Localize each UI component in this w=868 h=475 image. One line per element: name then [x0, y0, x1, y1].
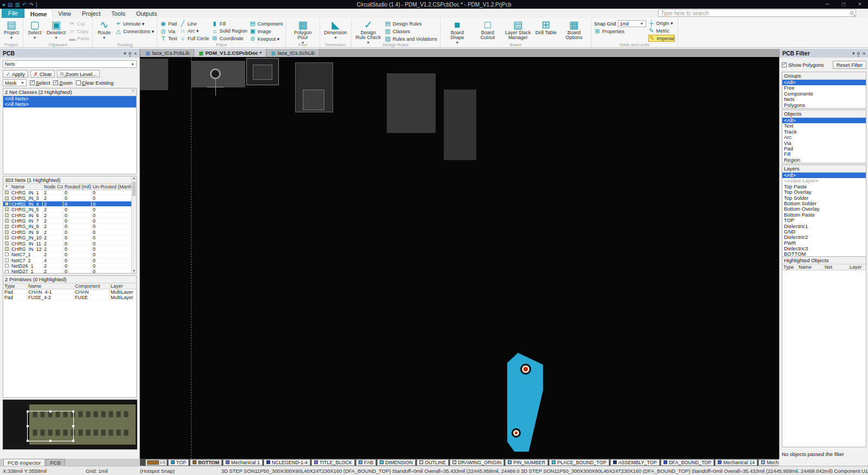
- primitives-header[interactable]: 2 Primitives (0 Highlighted): [3, 276, 136, 283]
- net-row[interactable]: NetD27_1200: [3, 269, 131, 274]
- design-rule-check-button[interactable]: ✓Design Rule Check▼: [354, 19, 382, 42]
- panel-tab-pcb[interactable]: PCB: [46, 459, 65, 466]
- net-row[interactable]: CHRG_IN_6200: [3, 213, 131, 218]
- filter-layer-item[interactable]: Top Overlay: [782, 189, 866, 195]
- net-row[interactable]: NetC7_1200: [3, 252, 131, 257]
- layer-tab-fab[interactable]: FAB: [356, 459, 376, 466]
- layer-tab-bottom[interactable]: BOTTOM: [190, 459, 222, 466]
- filter-layer-item[interactable]: Bottom Overlay: [782, 206, 866, 212]
- solid-region-button[interactable]: ⌂Solid Region: [212, 28, 247, 34]
- filter-layer-item[interactable]: Dielectric3: [782, 246, 866, 251]
- mask-select[interactable]: Mask▼: [3, 79, 27, 86]
- net-class-row[interactable]: <All Nets>: [3, 102, 136, 107]
- imperial-button[interactable]: ✎Imperial: [648, 35, 675, 42]
- layer-tab-outline[interactable]: OUTLINE: [417, 459, 449, 466]
- layer-tab-mechanical-14[interactable]: Mechanical 14: [715, 459, 757, 466]
- fill-button[interactable]: ▮Fill: [212, 20, 247, 27]
- reset-filter-button[interactable]: Reset Filter: [833, 61, 866, 69]
- panel-close-icon[interactable]: ×: [134, 51, 137, 56]
- selection-handle[interactable]: [72, 410, 74, 413]
- search-input[interactable]: Type here to search: [658, 9, 856, 17]
- show-polygons-checkbox[interactable]: Show Polygons: [782, 62, 824, 68]
- zoom-checkbox[interactable]: Zoom: [53, 80, 72, 86]
- properties-button[interactable]: ⊞Properties: [594, 28, 646, 35]
- selection-handle[interactable]: [72, 440, 74, 442]
- doc-tab-laza-ics-schlib[interactable]: ▦laza_ICs.SchLib: [266, 49, 320, 57]
- image-button[interactable]: ▣Image: [250, 28, 283, 35]
- layer-tab-title-block[interactable]: TITLE_BLOCK: [311, 459, 355, 466]
- nets-column-headers[interactable]: * Name Node Co... Routed (mil) Un-Routed…: [3, 184, 136, 190]
- connections-button[interactable]: △Connections ▾: [115, 28, 154, 35]
- highlighted-pad-top[interactable]: [522, 365, 529, 373]
- doc-tab-laza-ics-pcblib[interactable]: ▦laza_ICs.PcbLib: [141, 49, 194, 57]
- metric-button[interactable]: ✎Metric: [648, 27, 675, 34]
- filter-layer-item[interactable]: PWR: [782, 240, 866, 246]
- nets-scrollbar[interactable]: ▲▼: [131, 176, 136, 273]
- net-row[interactable]: CHRG_IN_11200: [3, 241, 131, 246]
- maximize-button[interactable]: □: [835, 0, 852, 9]
- keepout-button[interactable]: ⊘Keepout ▾: [250, 35, 283, 42]
- close-button[interactable]: ×: [852, 0, 868, 9]
- net-row-checkbox[interactable]: [3, 207, 10, 212]
- clear-button[interactable]: ✗ Clear: [30, 70, 55, 78]
- filter-object-item[interactable]: Via: [782, 141, 866, 146]
- tab-tools[interactable]: Tools: [106, 9, 131, 18]
- dimension-button[interactable]: ◣Dimension▼: [323, 19, 348, 42]
- tab-outputs[interactable]: Outputs: [131, 9, 163, 18]
- minimize-button[interactable]: ─: [819, 0, 835, 9]
- drill-table-button[interactable]: ⊞Drill Table: [534, 19, 558, 42]
- filter-object-item[interactable]: Track: [782, 129, 866, 135]
- net-row-checkbox[interactable]: [3, 246, 10, 251]
- net-row[interactable]: CHRG_IN_3200: [3, 195, 131, 201]
- minimap-viewport-rectangle[interactable]: [27, 411, 74, 441]
- net-row-checkbox[interactable]: [3, 218, 10, 223]
- net-row-checkbox[interactable]: [3, 252, 10, 257]
- filter-layer-item[interactable]: Top Paste: [782, 184, 866, 189]
- pcb-editor-canvas[interactable]: [140, 57, 779, 459]
- filter-icon[interactable]: ▽: [132, 89, 135, 95]
- net-row-checkbox[interactable]: [3, 201, 10, 206]
- snap-grid-select[interactable]: 1mil▼: [618, 20, 646, 27]
- text-button[interactable]: TText: [160, 35, 177, 42]
- filter-layer-item[interactable]: <All>: [782, 173, 866, 178]
- layer-tab-drawing-origin[interactable]: DRAWING_ORIGIN: [450, 459, 504, 466]
- net-row[interactable]: NetD26_1200: [3, 263, 131, 269]
- selection-handle[interactable]: [27, 410, 29, 413]
- net-row-checkbox[interactable]: [3, 230, 10, 235]
- net-row-checkbox[interactable]: [3, 190, 10, 195]
- nets-header[interactable]: 303 Nets (1 Highlighted) ∧: [3, 176, 136, 184]
- filter-object-item[interactable]: Pad: [782, 146, 866, 151]
- deselect-button[interactable]: ▣Deselect▼: [46, 19, 67, 42]
- net-row-checkbox[interactable]: [3, 213, 10, 218]
- rules-and-violations-button[interactable]: ▨Rules and Violations: [385, 35, 437, 42]
- primitive-row[interactable]: PadCHAN_4-1CHANMultiLayer: [3, 289, 136, 295]
- filter-object-item[interactable]: Arc: [782, 135, 866, 140]
- net-row[interactable]: CHRG_IN_7200: [3, 218, 131, 224]
- unroute-button[interactable]: ≁Unroute ▾: [115, 20, 154, 27]
- filter-group-item[interactable]: Polygons: [782, 103, 866, 108]
- selection-handle[interactable]: [49, 410, 52, 413]
- filter-layer-item[interactable]: GND: [782, 229, 866, 235]
- layer-stack-manager-button[interactable]: ▤Layer Stack Manager: [504, 19, 532, 42]
- selection-handle[interactable]: [72, 425, 74, 427]
- net-classes-header[interactable]: 2 Net Classes (2 Highlighted) ▽: [3, 88, 136, 96]
- line-button[interactable]: ╱Line: [180, 20, 209, 27]
- highlighted-pad-bottom[interactable]: [513, 430, 519, 436]
- polygon-pour-button[interactable]: ▦Polygon Pour▼: [289, 19, 317, 42]
- layer-tab-top[interactable]: TOP: [168, 459, 189, 466]
- selection-handle[interactable]: [27, 425, 29, 427]
- component-button[interactable]: ▤Component: [250, 20, 283, 27]
- pin-icon[interactable]: [857, 52, 860, 55]
- net-row[interactable]: CHRG_IN_8200: [3, 224, 131, 229]
- board-shape-button[interactable]: ■Board Shape▼: [443, 19, 471, 42]
- classes-button[interactable]: ▥Classes: [385, 28, 437, 35]
- net-row[interactable]: CHRG_IN_5200: [3, 207, 131, 212]
- selection-handle[interactable]: [27, 440, 29, 442]
- layer-tab-nclegend-1-4[interactable]: NCLEGEND-1-4: [264, 459, 310, 466]
- project-button[interactable]: ▤Project▼: [3, 19, 20, 42]
- filter-layer-item[interactable]: TOP: [782, 218, 866, 223]
- tab-file[interactable]: File: [2, 9, 24, 18]
- panel-close-icon[interactable]: ×: [863, 51, 865, 56]
- net-class-row[interactable]: <All Nets>: [3, 96, 136, 102]
- board-options-button[interactable]: ▦Board Options: [560, 19, 588, 42]
